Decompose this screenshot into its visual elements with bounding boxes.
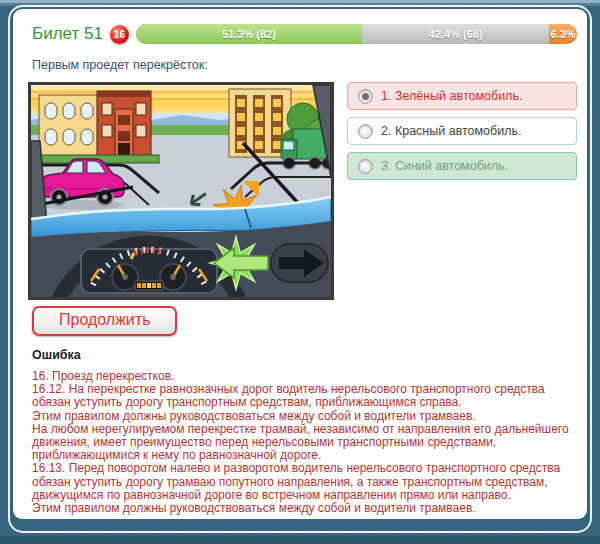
error-paragraph: Этим правилом должны руководствоваться м… [32,502,575,515]
answer-option-2-label: 2. Красный автомобиль. [381,124,522,138]
header: Билет 51 16 51.3% (82) 42.4% (68) 6.3% [32,24,577,44]
radio-icon[interactable] [358,159,373,174]
progress-segment-wrong: 6.3% [549,24,577,44]
content-panel: Билет 51 16 51.3% (82) 42.4% (68) 6.3% П… [13,9,587,519]
answer-options: 1. Зелёный автомобиль. 2. Красный автомо… [347,82,577,180]
answer-option-1[interactable]: 1. Зелёный автомобиль. [347,82,577,110]
error-paragraph: 16.12. На перекрестке равнозначных дорог… [32,383,575,409]
answer-option-3-label: 3. Синий автомобиль. [381,159,508,173]
answer-option-1-label: 1. Зелёный автомобиль. [381,89,522,103]
question-count-badge: 16 [110,25,129,44]
ticket-title: Билет 51 [32,24,103,44]
question-area: 1. Зелёный автомобиль. 2. Красный автомо… [28,82,579,300]
frame-top-shade [0,3,600,6]
error-paragraph: 16.13. Перед поворотом налево и разворот… [32,462,575,502]
intersection-scene-illustration [31,85,331,297]
answer-option-3[interactable]: 3. Синий автомобиль. [347,152,577,180]
progress-segment-neutral: 42.4% (68) [362,24,549,44]
radio-icon[interactable] [358,124,373,139]
error-explanation: 16. Проезд перекрестков. 16.12. На перек… [32,370,575,515]
question-image [28,82,334,300]
frame-bottom-shade [0,536,600,544]
error-paragraph: Этим правилом должны руководствоваться м… [32,410,575,423]
stats-progress-bar: 51.3% (82) 42.4% (68) 6.3% [136,24,577,44]
question-text: Первым проедет перекрёсток: [32,58,579,72]
continue-button[interactable]: Продолжить [32,306,177,336]
radio-selected-icon[interactable] [358,89,373,104]
answer-option-2[interactable]: 2. Красный автомобиль. [347,117,577,145]
error-title: Ошибка [32,348,579,362]
progress-segment-correct: 51.3% (82) [136,24,362,44]
error-paragraph: На любом нерегулируемом перекрестке трам… [32,423,575,463]
